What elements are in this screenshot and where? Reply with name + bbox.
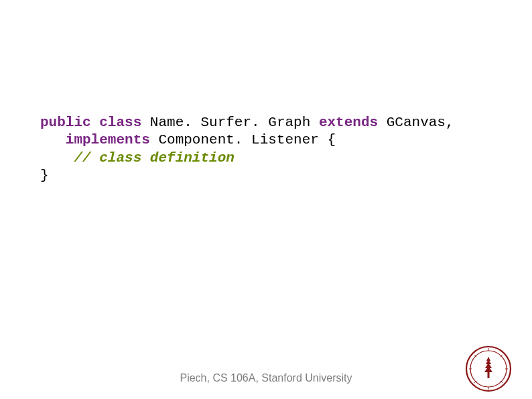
keyword-class: class xyxy=(99,115,141,130)
keyword-implements: implements xyxy=(66,132,150,148)
svg-rect-2 xyxy=(488,372,490,378)
indent xyxy=(40,132,66,148)
extends-rest: GCanvas, xyxy=(378,115,454,130)
code-block: public class Name. Surfer. Graph extends… xyxy=(40,114,454,184)
implements-rest: Component. Listener { xyxy=(150,132,336,148)
close-brace: } xyxy=(40,168,49,183)
keyword-extends: extends xyxy=(319,115,378,130)
footer-attribution: Piech, CS 106A, Stanford University xyxy=(0,372,532,384)
keyword-public: public xyxy=(40,115,91,130)
comment: // class definition xyxy=(74,150,234,166)
stanford-seal-icon xyxy=(465,345,512,392)
class-name: Name. Surfer. Graph xyxy=(141,115,319,130)
indent xyxy=(40,150,74,166)
